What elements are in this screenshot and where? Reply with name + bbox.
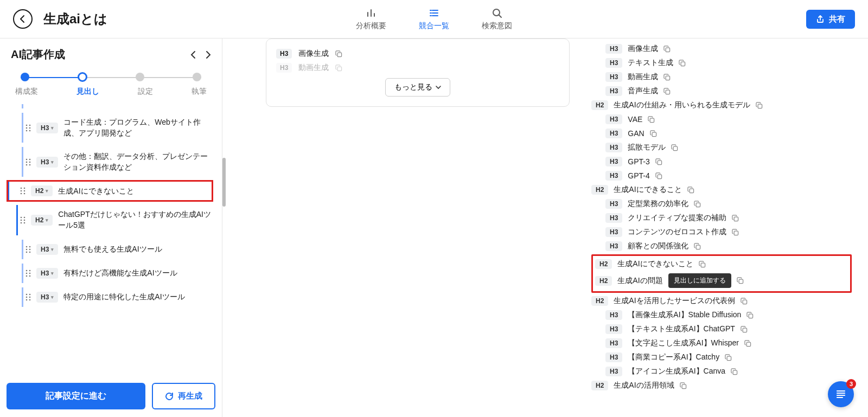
drag-handle-icon[interactable] [25, 293, 31, 301]
proceed-button[interactable]: 記事設定に進む [7, 383, 145, 409]
step-dot-4[interactable] [193, 73, 201, 81]
copy-icon[interactable] [694, 201, 701, 208]
outline-row[interactable]: H3【テキスト生成系AI】ChatGPT [591, 322, 852, 336]
drag-handle-icon[interactable] [25, 158, 31, 166]
outline-row[interactable]: H3GPT-4 [591, 169, 852, 183]
outline-row[interactable]: H3テキスト生成 [591, 56, 852, 70]
prev-icon[interactable] [190, 50, 196, 59]
scrollbar-indicator[interactable] [222, 158, 226, 207]
heading-level-tag[interactable]: H2▾ [31, 215, 53, 226]
step-dot-1[interactable] [21, 73, 29, 81]
outline-row[interactable]: H2生成AIの活用領域 [591, 378, 852, 393]
heading-level-tag[interactable]: H3▾ [36, 268, 58, 279]
heading-level-tag[interactable]: H3▾ [36, 244, 58, 255]
copy-icon[interactable] [741, 326, 748, 333]
outline-row[interactable]: H2生成AIを活用したサービスの代表例 [591, 294, 852, 308]
svg-rect-53 [658, 161, 661, 164]
heading-list[interactable]: H3▾コード生成：プログラム、Webサイト作成、アプリ開発などH3▾その他：翻訳… [0, 102, 222, 375]
heading-item[interactable]: H3▾コード生成：プログラム、Webサイト作成、アプリ開発など [22, 113, 215, 143]
chat-button[interactable]: 3 [828, 381, 854, 407]
step-label[interactable]: 設定 [138, 87, 153, 97]
tab-intent[interactable]: 検索意図 [482, 7, 512, 31]
outline-row[interactable]: H3コンテンツのゼロコスト作成 [591, 225, 852, 239]
outline-text: 拡散モデル [628, 143, 666, 152]
step-label[interactable]: 執筆 [192, 87, 207, 97]
copy-icon[interactable] [655, 172, 662, 179]
right-panel[interactable]: H3画像生成H3テキスト生成H3動画生成H3音声生成H2生成AIの仕組み・用いら… [586, 39, 868, 417]
drag-handle-icon[interactable] [25, 245, 31, 254]
copy-icon[interactable] [694, 243, 701, 250]
back-button[interactable] [13, 9, 33, 29]
step-label[interactable]: 構成案 [15, 87, 38, 97]
heading-item[interactable]: H3▾特定の用途に特化した生成AIツール [22, 287, 215, 307]
tab-competitors[interactable]: 競合一覧 [419, 7, 449, 31]
heading-item[interactable]: H3▾その他：翻訳、データ分析、プレゼンテーション資料作成など [22, 147, 215, 177]
drag-handle-icon[interactable] [20, 216, 25, 224]
outline-row[interactable]: H2生成AIの問題見出しに追加する [595, 271, 848, 290]
heading-item[interactable]: H2▾生成AIにできないこと [8, 181, 212, 201]
copy-icon[interactable] [648, 116, 655, 123]
copy-icon[interactable] [680, 382, 687, 389]
next-icon[interactable] [206, 50, 211, 59]
copy-icon[interactable] [679, 60, 686, 67]
outline-row[interactable]: H3動画生成 [591, 70, 852, 84]
outline-row[interactable]: H3定型業務の効率化 [591, 197, 852, 211]
outline-row[interactable]: H3VAE [591, 112, 852, 126]
copy-icon[interactable] [655, 158, 662, 165]
outline-row[interactable]: H3顧客との関係強化 [591, 239, 852, 253]
heading-item[interactable]: H2▾ChatGPTだけじゃない！おすすめの生成AIツール5選 [16, 205, 215, 235]
outline-row[interactable]: H3音声生成 [591, 84, 852, 98]
heading-item[interactable]: H3▾無料でも使える生成AIツール [22, 240, 215, 259]
copy-icon[interactable] [737, 277, 744, 284]
copy-icon[interactable] [335, 50, 342, 57]
outline-text: VAE [628, 115, 642, 124]
copy-icon[interactable] [744, 340, 751, 347]
copy-icon[interactable] [741, 298, 748, 305]
svg-point-32 [29, 270, 31, 271]
show-more-button[interactable]: もっと見る [385, 78, 450, 97]
share-button[interactable]: 共有 [806, 10, 855, 29]
copy-icon[interactable] [663, 74, 671, 81]
tab-analysis[interactable]: 分析概要 [356, 7, 386, 31]
drag-handle-icon[interactable] [25, 269, 31, 278]
copy-icon[interactable] [732, 215, 739, 222]
outline-row[interactable]: H3画像生成 [591, 42, 852, 56]
heading-level-tag[interactable]: H3▾ [36, 123, 58, 133]
copy-icon[interactable] [687, 187, 694, 194]
copy-icon[interactable] [746, 312, 754, 319]
outline-row[interactable]: H3GPT-3 [591, 155, 852, 169]
outline-row[interactable]: H2生成AIにできること [591, 183, 852, 197]
copy-icon[interactable] [731, 368, 738, 375]
heading-level-tag[interactable]: H2▾ [31, 185, 53, 196]
outline-row[interactable]: H2生成AIにできないこと [595, 257, 848, 271]
svg-point-30 [29, 251, 31, 253]
drag-handle-icon[interactable] [20, 187, 25, 195]
copy-icon[interactable] [699, 261, 706, 268]
outline-row[interactable]: H3GAN [591, 126, 852, 140]
step-label[interactable]: 見出し [76, 87, 99, 97]
copy-icon[interactable] [663, 46, 671, 53]
outline-row[interactable]: H3【画像生成系AI】Stable Diffusion [591, 308, 852, 322]
copy-icon[interactable] [663, 88, 671, 95]
copy-icon[interactable] [756, 102, 763, 109]
center-panel: H3画像生成H3動画生成 もっと見る [222, 39, 586, 417]
copy-icon[interactable] [732, 229, 739, 236]
outline-row[interactable]: H3クリエイティブな提案の補助 [591, 211, 852, 225]
outline-row[interactable]: H2生成AIの仕組み・用いられる生成モデル [591, 98, 852, 112]
copy-icon[interactable] [650, 130, 657, 137]
regenerate-button[interactable]: 再生成 [152, 383, 215, 409]
heading-level-tag: H3 [605, 213, 622, 223]
outline-row[interactable]: H3【アイコン生成系AI】Canva [591, 364, 852, 378]
outline-row[interactable]: H3【文字起こし生成系AI】Whisper [591, 336, 852, 350]
copy-icon[interactable] [725, 354, 732, 361]
heading-level-tag[interactable]: H3▾ [36, 157, 58, 168]
step-dot-3[interactable] [136, 73, 144, 81]
copy-icon[interactable] [335, 65, 342, 72]
heading-item[interactable]: H3▾有料だけど高機能な生成AIツール [22, 264, 215, 283]
step-dot-2[interactable] [78, 72, 87, 82]
heading-level-tag[interactable]: H3▾ [36, 292, 58, 303]
copy-icon[interactable] [671, 144, 678, 151]
outline-row[interactable]: H3【商業コピー系AI】Catchy [591, 350, 852, 364]
outline-row[interactable]: H3拡散モデル [591, 140, 852, 155]
drag-handle-icon[interactable] [25, 124, 31, 132]
